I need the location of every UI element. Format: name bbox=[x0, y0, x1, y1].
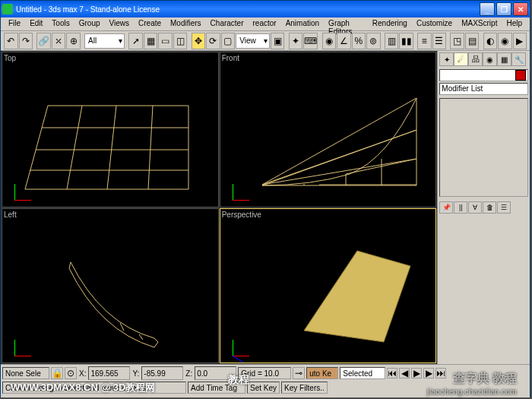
time-play-button[interactable]: ▶ bbox=[411, 368, 422, 378]
bind-button[interactable]: ⊕ bbox=[66, 33, 81, 49]
x-coord-input[interactable] bbox=[88, 366, 130, 380]
keyboard-shortcut-button[interactable]: ⌨ bbox=[303, 33, 318, 49]
percent-snap-button[interactable]: % bbox=[352, 33, 366, 49]
show-end-result-button[interactable]: || bbox=[454, 201, 467, 214]
manipulate-button[interactable]: ✦ bbox=[289, 33, 303, 49]
iso-selection-button[interactable]: ⊙ bbox=[65, 367, 77, 379]
object-name-field[interactable] bbox=[439, 69, 528, 81]
time-next-key-button[interactable]: ⏭ bbox=[435, 368, 446, 378]
configure-sets-button[interactable]: ☰ bbox=[497, 201, 511, 214]
snap-toggle-button[interactable]: ◉ bbox=[322, 33, 337, 49]
menu-tools[interactable]: Tools bbox=[47, 17, 74, 30]
menu-maxscript[interactable]: MAXScript bbox=[457, 17, 502, 30]
modify-tab[interactable]: ☄ bbox=[454, 52, 468, 66]
lock-selection-button[interactable]: 🔒 bbox=[51, 367, 63, 379]
time-next-button[interactable]: ▶ bbox=[423, 368, 434, 378]
spinner-snap-button[interactable]: ⊚ bbox=[366, 33, 381, 49]
viewport-area: Top Front Left bbox=[1, 51, 437, 364]
pivot-center-button[interactable]: ▣ bbox=[271, 33, 285, 49]
auto-key-button[interactable]: uto Ke bbox=[306, 367, 338, 379]
watermark-2: 查字典 教程 bbox=[453, 371, 517, 387]
watermark-3: jiaocheng.chazidian.com bbox=[427, 388, 517, 396]
select-object-button[interactable]: ➚ bbox=[128, 33, 143, 49]
menu-reactor[interactable]: reactor bbox=[249, 17, 281, 30]
y-coord-input[interactable] bbox=[141, 366, 183, 380]
menu-modifiers[interactable]: Modifiers bbox=[166, 17, 206, 30]
top-wireframe bbox=[2, 52, 218, 207]
minimize-button[interactable]: _ bbox=[480, 2, 495, 16]
selection-filter-dropdown[interactable]: All bbox=[84, 33, 125, 49]
watermark-4: 教程 bbox=[228, 373, 249, 387]
menubar: File Edit Tools Group Views Create Modif… bbox=[1, 17, 530, 31]
viewport-label-front: Front bbox=[222, 54, 239, 62]
maximize-button[interactable]: ❐ bbox=[496, 2, 511, 16]
menu-help[interactable]: Help bbox=[502, 17, 527, 30]
undo-button[interactable]: ↶ bbox=[4, 33, 18, 49]
axis-gizmo-top bbox=[8, 178, 31, 201]
menu-character[interactable]: Character bbox=[206, 17, 249, 30]
ref-coord-dropdown[interactable]: View bbox=[236, 33, 270, 49]
app-window: Untitled - 3ds max 7 - Stand-alone Licen… bbox=[0, 0, 530, 397]
titlebar: Untitled - 3ds max 7 - Stand-alone Licen… bbox=[1, 1, 530, 17]
object-color-swatch[interactable] bbox=[515, 70, 526, 81]
front-wireframe bbox=[220, 52, 436, 207]
display-tab[interactable]: ▦ bbox=[497, 52, 511, 66]
unlink-button[interactable]: ⤫ bbox=[52, 33, 66, 49]
make-unique-button[interactable]: ∀ bbox=[468, 201, 482, 214]
pin-stack-button[interactable]: 📌 bbox=[439, 201, 453, 214]
quick-render-button[interactable]: ▶ bbox=[513, 33, 527, 49]
utilities-tab[interactable]: 🔧 bbox=[511, 52, 526, 66]
named-sets-button[interactable]: ▥ bbox=[385, 33, 399, 49]
select-move-button[interactable]: ✥ bbox=[192, 33, 206, 49]
viewport-label-perspective: Perspective bbox=[222, 211, 261, 219]
axis-gizmo-perspective bbox=[226, 334, 249, 356]
align-button[interactable]: ≡ bbox=[417, 33, 432, 49]
link-button[interactable]: 🔗 bbox=[36, 33, 51, 49]
menu-animation[interactable]: Animation bbox=[281, 17, 324, 30]
viewport-front[interactable]: Front bbox=[220, 52, 437, 207]
set-key-button[interactable]: Set Key bbox=[247, 382, 280, 394]
left-wireframe bbox=[2, 209, 218, 363]
render-scene-button[interactable]: ◉ bbox=[498, 33, 512, 49]
menu-group[interactable]: Group bbox=[74, 17, 105, 30]
hierarchy-tab[interactable]: 品 bbox=[468, 52, 483, 66]
close-button[interactable]: ✕ bbox=[513, 2, 528, 16]
watermark-1: WWW.3DMAX8.CN @ 3D教程网 bbox=[11, 381, 155, 394]
viewport-left[interactable]: Left bbox=[2, 208, 219, 364]
time-prev-key-button[interactable]: ⏮ bbox=[387, 368, 397, 378]
time-prev-button[interactable]: ◀ bbox=[399, 368, 410, 378]
select-scale-button[interactable]: ▢ bbox=[221, 33, 236, 49]
key-filters-button[interactable]: Key Filters.. bbox=[281, 382, 328, 394]
x-label: X: bbox=[78, 368, 87, 379]
menu-customize[interactable]: Customize bbox=[412, 17, 457, 30]
motion-tab[interactable]: ◉ bbox=[483, 52, 497, 66]
viewport-label-top: Top bbox=[4, 54, 16, 62]
menu-create[interactable]: Create bbox=[134, 17, 166, 30]
key-mode-icon[interactable]: ⊸ bbox=[293, 367, 305, 379]
viewport-top[interactable]: Top bbox=[2, 52, 219, 207]
select-rotate-button[interactable]: ⟳ bbox=[206, 33, 220, 49]
menu-edit[interactable]: Edit bbox=[25, 17, 47, 30]
curve-editor-button[interactable]: ◳ bbox=[450, 33, 464, 49]
select-by-name-button[interactable]: ▦ bbox=[144, 33, 158, 49]
angle-snap-button[interactable]: ∠ bbox=[337, 33, 351, 49]
key-filter-selected[interactable]: Selected bbox=[340, 367, 385, 379]
menu-views[interactable]: Views bbox=[105, 17, 135, 30]
create-tab[interactable]: ✦ bbox=[439, 52, 454, 66]
material-editor-button[interactable]: ◐ bbox=[483, 33, 498, 49]
window-crossing-button[interactable]: ◫ bbox=[173, 33, 188, 49]
layers-button[interactable]: ☰ bbox=[432, 33, 447, 49]
menu-grapheditors[interactable]: Graph Editors bbox=[324, 17, 368, 30]
menu-file[interactable]: File bbox=[4, 17, 25, 30]
menu-rendering[interactable]: Rendering bbox=[368, 17, 412, 30]
mirror-button[interactable]: ▮▮ bbox=[399, 33, 413, 49]
modifier-stack[interactable] bbox=[439, 98, 528, 197]
select-region-button[interactable]: ▭ bbox=[158, 33, 173, 49]
modifier-list-dropdown[interactable]: Modifier List bbox=[439, 83, 528, 95]
viewport-perspective[interactable]: Perspective bbox=[220, 208, 437, 364]
selection-status: None Sele bbox=[2, 367, 49, 379]
remove-modifier-button[interactable]: 🗑 bbox=[483, 201, 496, 214]
schematic-button[interactable]: ▤ bbox=[465, 33, 480, 49]
command-panel: ✦ ☄ 品 ◉ ▦ 🔧 Modifier List 📌 || ∀ 🗑 ☰ bbox=[437, 51, 530, 364]
redo-button[interactable]: ↷ bbox=[19, 33, 33, 49]
